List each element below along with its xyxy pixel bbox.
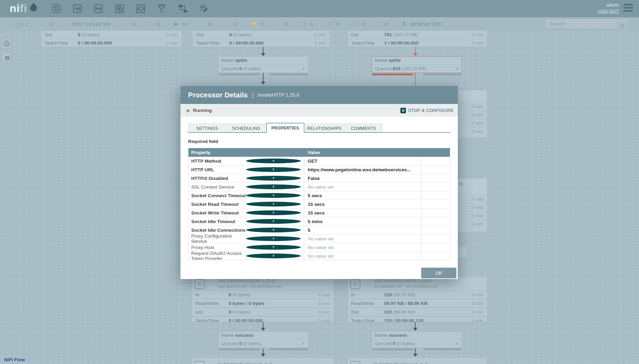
ok-button[interactable]: OK bbox=[421, 268, 456, 278]
stat-row: Out0 (0 bytes)5 min bbox=[192, 308, 334, 316]
connection-line-highlighted bbox=[415, 47, 416, 54]
stat-value: 0 / 00:00:00.000 bbox=[78, 40, 166, 46]
help-icon[interactable]: ? bbox=[246, 167, 301, 172]
connection-label[interactable]: Name successQueued 0 (0 bytes)◐ bbox=[372, 331, 462, 348]
remote-process-group-icon[interactable] bbox=[135, 3, 146, 14]
property-name: Socket Write Timeout bbox=[191, 210, 246, 215]
refresh-icon[interactable]: ↻ bbox=[402, 21, 407, 27]
queue-bar-right bbox=[423, 74, 462, 75]
stat-value: 0 (0 bytes) bbox=[78, 32, 166, 37]
processor-publish-kafka[interactable]: ↻PublishKafkaRecord_2_6 bbox=[347, 357, 488, 364]
connection-arrow-highlighted bbox=[413, 53, 417, 56]
status-count: 0 bbox=[49, 21, 52, 27]
property-row: HTTP/2 Disabled?False bbox=[188, 174, 450, 183]
stat-label: Tasks/Time bbox=[192, 318, 229, 322]
help-icon[interactable]: ? bbox=[246, 202, 301, 207]
processor-publish-kafka[interactable]: ↻PublishKafkaRecord_2_6 bbox=[192, 357, 334, 364]
processor-jolt-transform[interactable]: ↻JoltTransformJSON 1.25.0org.apache.nifi… bbox=[347, 276, 488, 322]
stat-window: 5 min bbox=[472, 129, 487, 134]
tab-scheduling[interactable]: SCHEDULING bbox=[227, 124, 265, 133]
queue-size-bars bbox=[219, 74, 308, 75]
template-icon[interactable] bbox=[177, 3, 188, 14]
load-balance-icon: ◐ bbox=[456, 65, 459, 73]
processor-stats-block[interactable]: Out701 (185.27 KB)5 minTasks/Time1 / 00:… bbox=[347, 30, 488, 47]
connection-name-row: Name splits bbox=[372, 57, 462, 65]
stat-value-bold: 0 bbox=[229, 309, 231, 315]
help-icon[interactable]: ? bbox=[246, 219, 301, 224]
stat-row: Read/Write0 bytes / 0 bytes5 min bbox=[192, 299, 334, 308]
processor-subtitle: org.apache.nifi - nifi-standard-nar bbox=[373, 284, 437, 289]
connection-queued-row: Queued 610 (161.25 KB)◐ bbox=[372, 65, 462, 73]
stat-window: 5 min bbox=[472, 40, 487, 46]
stat-value-rest: (0 bytes) bbox=[231, 292, 251, 297]
connection-arrow bbox=[413, 354, 417, 357]
tab-properties[interactable]: PROPERTIES bbox=[266, 123, 304, 133]
status-items: ⊞1 / 1⠿0≡620 / 163.82 KB◉0⊘0▶14■0⚠0⚡0✓0✱… bbox=[10, 21, 442, 27]
help-icon[interactable]: ? bbox=[246, 253, 301, 258]
dialog-status-row: ▶ Running ⚙ STOP & CONFIGURE bbox=[180, 104, 458, 117]
property-row: Socket Write Timeout?15 secs bbox=[188, 209, 450, 217]
property-name: Proxy Host bbox=[191, 245, 246, 250]
stat-window: 5 min bbox=[472, 104, 487, 109]
connection-label[interactable]: Name splitsQueued 0 (0 bytes)◐ bbox=[218, 56, 308, 73]
stat-window: 5 min bbox=[472, 205, 487, 210]
stat-window: 5 min bbox=[318, 301, 334, 306]
new-note-icon[interactable]: ❏ bbox=[617, 21, 627, 30]
processor-stats-block[interactable]: Out0 (0 bytes)5 minTasks/Time0 / 00:00:0… bbox=[192, 30, 330, 47]
stat-window: 5 min bbox=[166, 32, 182, 37]
input-port-icon[interactable] bbox=[72, 3, 83, 14]
property-name-cell: Proxy Host? bbox=[188, 243, 304, 251]
help-icon[interactable]: ? bbox=[246, 236, 301, 241]
stat-row: Tasks/Time110 / 00:00:00.1205 min bbox=[348, 316, 487, 322]
running-label: Running bbox=[193, 108, 212, 113]
queued-count: 0 bbox=[239, 341, 242, 346]
processor-icon[interactable] bbox=[51, 3, 62, 14]
help-icon[interactable]: ? bbox=[246, 245, 301, 250]
processor-icon: ↻ bbox=[195, 279, 205, 289]
stat-value: 0 / 00:00:00.000 bbox=[229, 40, 314, 46]
property-extra-cell bbox=[422, 165, 450, 174]
stat-label: Out bbox=[41, 32, 78, 37]
current-user: admin bbox=[598, 2, 619, 8]
connection-label[interactable]: Name successQueued 0 (0 bytes)◐ bbox=[218, 331, 308, 348]
stat-value-bold: 59.97 KB / 88.96 KB bbox=[384, 301, 427, 306]
breadcrumb[interactable]: NiFi Flow bbox=[4, 357, 25, 362]
global-menu-icon[interactable] bbox=[623, 4, 633, 13]
processor-stats-block[interactable]: Out0 (0 bytes)5 minTasks/Time0 / 00:00:0… bbox=[41, 30, 182, 47]
search-box: ❏ bbox=[546, 19, 628, 28]
stop-and-configure-button[interactable]: ⚙ STOP & CONFIGURE bbox=[400, 108, 454, 113]
connection-label-highlighted[interactable]: Name splitsQueued 610 (161.25 KB)◐ bbox=[372, 56, 462, 73]
help-icon[interactable]: ? bbox=[246, 176, 301, 181]
connection-queued-row: Queued 0 (0 bytes)◐ bbox=[219, 339, 308, 348]
tab-settings[interactable]: SETTINGS bbox=[188, 124, 226, 133]
process-group-icon[interactable] bbox=[114, 3, 125, 14]
property-value: GET bbox=[304, 157, 422, 165]
help-icon[interactable]: ? bbox=[246, 193, 301, 198]
disabled-icon: ⚡ bbox=[251, 21, 257, 27]
status-item-stopped: ■0 bbox=[202, 21, 211, 27]
output-port-icon[interactable] bbox=[93, 3, 104, 14]
processor-jolt-transform[interactable]: ↻JoltTransformJSON 1.25.0org.apache.nifi… bbox=[192, 276, 334, 322]
stat-label: Tasks/Time bbox=[193, 40, 229, 46]
stat-window: 5 min bbox=[166, 40, 182, 46]
property-extra-cell bbox=[422, 183, 450, 191]
navigate-panel-button[interactable] bbox=[1, 38, 11, 49]
processor-icon: ↻ bbox=[195, 361, 205, 364]
label-icon[interactable] bbox=[198, 3, 210, 14]
stat-value: 110 (59.97 KB) bbox=[384, 292, 472, 297]
help-icon[interactable]: ? bbox=[246, 210, 301, 215]
stat-value: 0 (0 bytes) bbox=[229, 309, 318, 315]
funnel-icon[interactable] bbox=[156, 3, 167, 14]
sync-failure-icon: ? bbox=[379, 21, 382, 27]
stat-value: 0 bytes / 0 bytes bbox=[229, 301, 318, 306]
operate-panel-button[interactable] bbox=[1, 52, 11, 63]
property-name: Socket Idle Connections bbox=[191, 228, 246, 233]
property-name: SSL Context Service bbox=[191, 184, 246, 190]
tab-comments[interactable]: COMMENTS bbox=[344, 124, 382, 133]
help-icon[interactable]: ? bbox=[246, 228, 301, 232]
tab-relationships[interactable]: RELATIONSHIPS bbox=[305, 124, 343, 133]
logout-link[interactable]: LOG OUT bbox=[598, 8, 619, 15]
component-toolbar bbox=[51, 3, 210, 14]
help-icon[interactable]: ? bbox=[246, 184, 301, 189]
help-icon[interactable]: ? bbox=[246, 159, 301, 163]
